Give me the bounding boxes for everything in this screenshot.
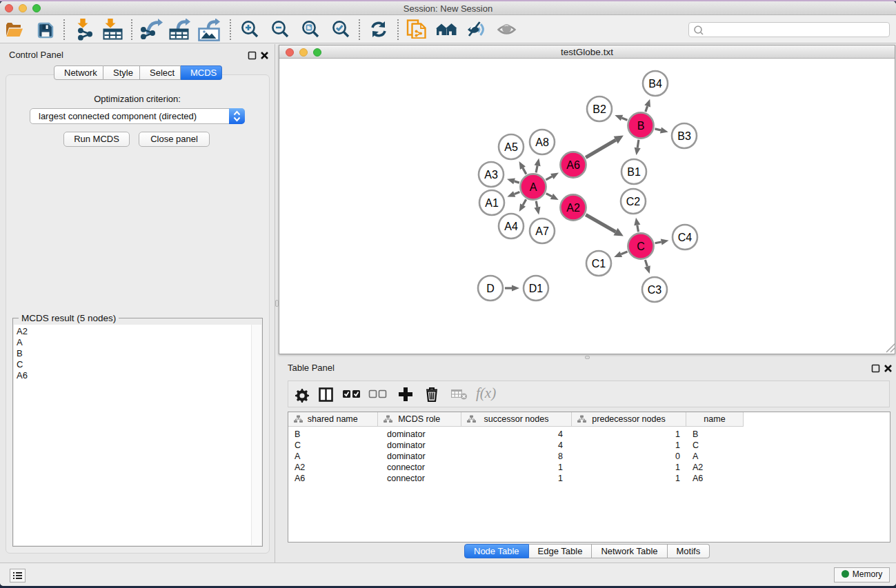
svg-text:A7: A7 xyxy=(535,225,549,237)
svg-text:A6: A6 xyxy=(566,159,580,171)
svg-text:A4: A4 xyxy=(504,221,518,232)
svg-text:B2: B2 xyxy=(593,103,606,115)
svg-text:A1: A1 xyxy=(485,197,499,209)
svg-text:D1: D1 xyxy=(529,283,544,294)
svg-text:A5: A5 xyxy=(504,141,518,153)
svg-text:B3: B3 xyxy=(677,130,691,142)
svg-text:B1: B1 xyxy=(627,166,641,178)
svg-text:B4: B4 xyxy=(648,78,662,90)
svg-text:C1: C1 xyxy=(592,258,606,270)
svg-text:A: A xyxy=(530,181,537,193)
svg-text:D: D xyxy=(486,283,495,294)
svg-text:C4: C4 xyxy=(678,232,693,243)
svg-text:A2: A2 xyxy=(566,202,580,214)
svg-text:C: C xyxy=(637,241,645,252)
svg-text:B: B xyxy=(637,120,645,132)
svg-text:A8: A8 xyxy=(535,136,549,148)
svg-text:C2: C2 xyxy=(626,196,641,207)
svg-text:A3: A3 xyxy=(484,169,498,181)
svg-text:C3: C3 xyxy=(648,284,662,296)
